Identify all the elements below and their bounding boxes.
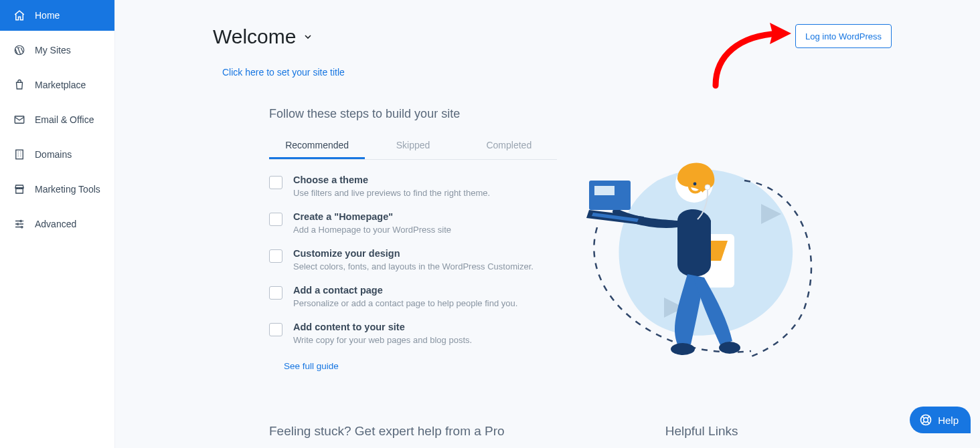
step-choose-theme[interactable]: Choose a theme Use filters and live prev… <box>269 175 557 198</box>
sidebar-item-marketing-tools[interactable]: Marketing Tools <box>0 174 114 205</box>
see-full-guide-link[interactable]: See full guide <box>284 361 339 371</box>
set-site-title-link[interactable]: Click here to set your site title <box>222 67 345 78</box>
sidebar-item-advanced[interactable]: Advanced <box>0 209 114 239</box>
mail-icon <box>13 114 25 126</box>
checkbox-icon[interactable] <box>269 323 282 336</box>
step-customize-design[interactable]: Customize your design Select colors, fon… <box>269 248 557 271</box>
svg-point-0 <box>15 45 24 55</box>
bottom-row: Feeling stuck? Get expert help from a Pr… <box>269 424 893 439</box>
main-area: Welcome Click here to set your site titl… <box>115 0 980 448</box>
tab-recommended[interactable]: Recommended <box>269 133 365 159</box>
svg-point-13 <box>719 342 740 354</box>
steps-tabs: Recommended Skipped Completed <box>269 133 557 160</box>
sidebar-item-home[interactable]: Home <box>0 0 114 31</box>
home-icon <box>13 9 25 21</box>
build-steps-card: Follow these steps to build your site Re… <box>269 107 557 372</box>
svg-point-12 <box>671 343 695 355</box>
svg-point-10 <box>693 183 697 186</box>
help-label: Help <box>938 415 959 426</box>
help-button[interactable]: Help <box>910 407 971 433</box>
step-contact-page[interactable]: Add a contact page Personalize or add a … <box>269 285 557 308</box>
helpful-links-heading: Helpful Links <box>665 424 738 439</box>
sidebar-item-marketplace[interactable]: Marketplace <box>0 70 114 100</box>
sidebar-item-label: Marketplace <box>35 80 101 90</box>
step-title: Customize your design <box>293 248 534 259</box>
sidebar-item-label: Domains <box>35 149 101 160</box>
svg-point-11 <box>705 185 710 190</box>
svg-point-3 <box>20 220 21 221</box>
sidebar-item-my-sites[interactable]: My Sites <box>0 35 114 66</box>
step-desc: Personalize or add a contact page to hel… <box>293 298 517 308</box>
welcome-title: Welcome <box>213 25 296 48</box>
sidebar-item-label: My Sites <box>35 45 101 55</box>
step-title: Add content to your site <box>293 322 472 332</box>
steps-heading: Follow these steps to build your site <box>269 107 557 121</box>
tab-skipped[interactable]: Skipped <box>365 133 461 159</box>
store-icon <box>13 183 25 195</box>
checkbox-icon[interactable] <box>269 249 282 263</box>
bag-icon <box>13 79 25 91</box>
sidebar-item-label: Home <box>35 10 101 21</box>
tab-completed[interactable]: Completed <box>461 133 557 159</box>
svg-rect-15 <box>594 186 615 195</box>
svg-point-5 <box>21 226 23 227</box>
sidebar-item-label: Advanced <box>35 219 101 229</box>
step-desc: Select colors, fonts, and layouts in the… <box>293 261 534 271</box>
step-create-homepage[interactable]: Create a "Homepage" Add a Homepage to yo… <box>269 211 557 235</box>
step-desc: Write copy for your web pages and blog p… <box>293 335 472 345</box>
checkbox-icon[interactable] <box>269 286 282 300</box>
expert-help-heading: Feeling stuck? Get expert help from a Pr… <box>269 424 505 439</box>
sidebar-item-email-office[interactable]: Email & Office <box>0 104 114 135</box>
building-icon <box>13 148 25 160</box>
person-laptop-illustration <box>577 140 838 381</box>
step-title: Add a contact page <box>293 285 517 296</box>
svg-point-4 <box>17 223 19 225</box>
sliders-icon <box>13 218 25 230</box>
login-wordpress-button[interactable]: Log into WordPress <box>795 24 892 48</box>
sidebar: Home My Sites Marketplace Email & Office… <box>0 0 115 448</box>
step-desc: Use filters and live previews to find th… <box>293 188 490 198</box>
sidebar-item-domains[interactable]: Domains <box>0 139 114 170</box>
checkbox-icon[interactable] <box>269 213 282 226</box>
checkbox-icon[interactable] <box>269 176 282 189</box>
step-desc: Add a Homepage to your WordPress site <box>293 225 451 235</box>
svg-point-17 <box>924 418 928 423</box>
sidebar-item-label: Marketing Tools <box>35 184 101 195</box>
lifebuoy-icon <box>919 413 932 427</box>
step-add-content[interactable]: Add content to your site Write copy for … <box>269 322 557 345</box>
chevron-down-icon <box>303 31 313 42</box>
step-title: Choose a theme <box>293 175 490 185</box>
step-title: Create a "Homepage" <box>293 211 451 222</box>
sidebar-item-label: Email & Office <box>35 114 101 125</box>
svg-rect-2 <box>16 150 23 159</box>
wordpress-icon <box>13 44 25 56</box>
